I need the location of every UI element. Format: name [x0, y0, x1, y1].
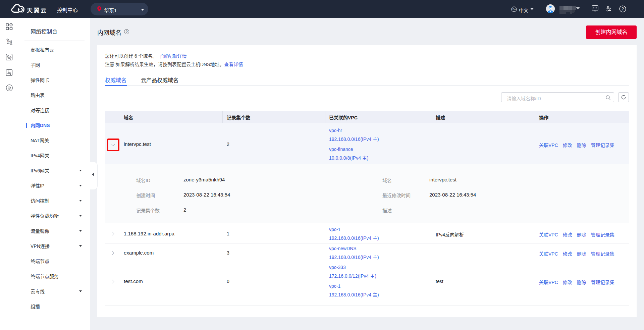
svg-text:VPC: VPC: [7, 41, 11, 43]
svg-text:IPv6: IPv6: [8, 57, 11, 58]
svg-text:?: ?: [622, 7, 624, 11]
svg-text:En: En: [513, 8, 516, 11]
